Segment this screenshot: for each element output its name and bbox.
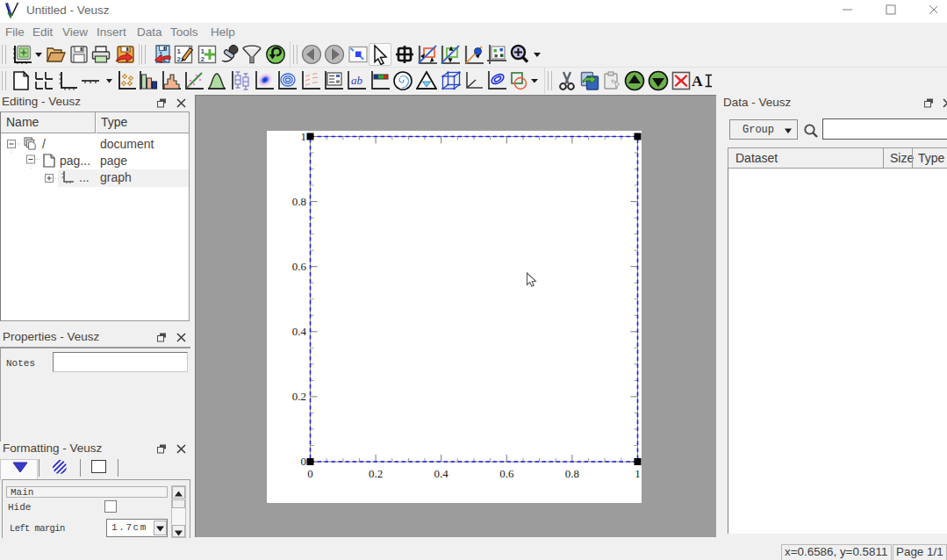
svg-text:2: 2: [201, 55, 205, 63]
svg-text:0.6: 0.6: [499, 467, 514, 480]
svg-text:0: 0: [301, 455, 307, 468]
svg-text:0.4: 0.4: [434, 467, 449, 480]
svg-text:0.8: 0.8: [292, 195, 306, 208]
svg-text:0.8: 0.8: [565, 467, 579, 480]
svg-text:0.2: 0.2: [292, 390, 306, 403]
svg-text:1: 1: [201, 47, 205, 55]
svg-text:1: 1: [301, 131, 307, 143]
svg-text:0.2: 0.2: [369, 467, 383, 480]
svg-text:1: 1: [635, 467, 641, 480]
svg-text:ab: ab: [351, 74, 363, 87]
svg-text:0: 0: [307, 467, 313, 480]
svg-text:2: 2: [177, 55, 182, 63]
svg-text:0.6: 0.6: [292, 260, 307, 273]
svg-text:0.4: 0.4: [292, 325, 307, 338]
svg-text:1: 1: [177, 47, 182, 55]
svg-text:A: A: [692, 72, 703, 90]
